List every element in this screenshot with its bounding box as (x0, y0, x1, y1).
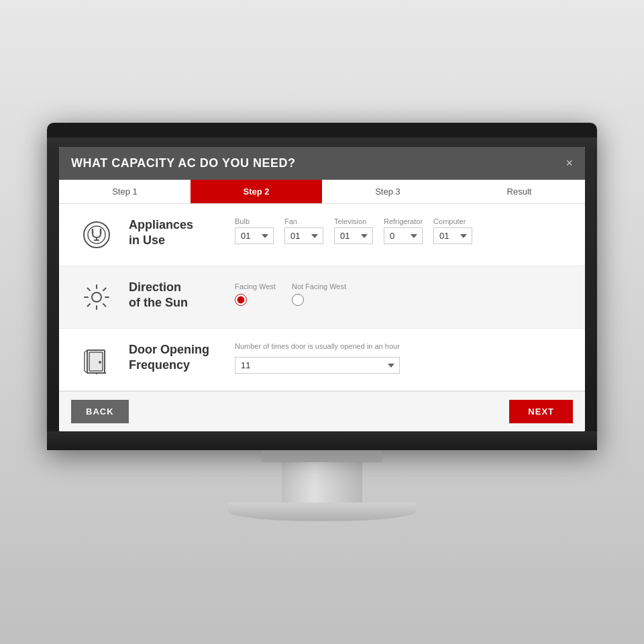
monitor-top-bar (47, 123, 597, 138)
not-facing-west-radio[interactable] (292, 294, 304, 306)
sun-label: Direction of the Sun (129, 280, 216, 311)
svg-line-14 (88, 304, 91, 307)
step-2[interactable]: Step 2 (191, 180, 322, 203)
back-button[interactable]: BACK (71, 400, 129, 423)
computer-label: Computer (433, 217, 472, 225)
facing-west-option: Facing West (235, 282, 276, 306)
bulb-label: Bulb (235, 217, 274, 225)
tv-control: Television 010203 (334, 217, 373, 244)
bulb-control: Bulb 01020304 (235, 217, 274, 244)
computer-dropdown[interactable]: 010203 (433, 227, 472, 244)
monitor-stand-top (262, 450, 382, 462)
tv-dropdown[interactable]: 010203 (334, 227, 373, 244)
footer-bar: BACK NEXT (59, 391, 585, 431)
door-label: Door Opening Frequency (129, 342, 216, 374)
monitor-body: WHAT CAPACITY AC DO YOU NEED? × Step 1 S… (47, 123, 597, 450)
door-section: Door Opening Frequency Number of times d… (59, 329, 585, 391)
door-description: Number of times door is usually opened i… (235, 342, 400, 350)
step-result[interactable]: Result (453, 180, 585, 203)
monitor-stand-neck (282, 462, 362, 502)
svg-point-19 (99, 361, 101, 364)
svg-line-13 (103, 288, 106, 291)
step-1[interactable]: Step 1 (59, 180, 191, 203)
fridge-label: Refrigerator (384, 217, 423, 225)
facing-west-radio[interactable] (235, 294, 247, 306)
sun-radio-group: Facing West Not Facing West (235, 282, 346, 306)
computer-control: Computer 010203 (433, 217, 472, 244)
plug-icon (79, 217, 114, 252)
steps-bar: Step 1 Step 2 Step 3 Result (59, 180, 585, 204)
fan-control: Fan 010203 (284, 217, 323, 244)
svg-point-1 (88, 226, 105, 244)
svg-point-6 (92, 292, 101, 302)
dialog-title: WHAT CAPACITY AC DO YOU NEED? (71, 156, 296, 170)
dialog-header: WHAT CAPACITY AC DO YOU NEED? × (59, 147, 585, 180)
svg-line-12 (103, 304, 106, 307)
fan-dropdown[interactable]: 010203 (284, 227, 323, 244)
next-button[interactable]: NEXT (509, 400, 573, 423)
step-3[interactable]: Step 3 (322, 180, 453, 203)
not-facing-west-option: Not Facing West (292, 282, 346, 306)
appliances-controls: Bulb 01020304 Fan 010203 Tel (235, 217, 472, 244)
appliances-label: Appliances in Use (129, 217, 216, 249)
monitor-stand-base (228, 502, 416, 521)
monitor-screen: WHAT CAPACITY AC DO YOU NEED? × Step 1 S… (59, 147, 585, 431)
door-frequency-dropdown[interactable]: 115101520 (235, 357, 400, 374)
not-facing-west-label: Not Facing West (292, 282, 346, 290)
tv-label: Television (334, 217, 373, 225)
monitor-wrapper: WHAT CAPACITY AC DO YOU NEED? × Step 1 S… (47, 123, 597, 521)
fridge-dropdown[interactable]: 00102 (384, 227, 423, 244)
fridge-control: Refrigerator 00102 (384, 217, 423, 244)
dialog: WHAT CAPACITY AC DO YOU NEED? × Step 1 S… (59, 147, 585, 431)
monitor-bottom-bar (47, 431, 597, 450)
appliances-section: Appliances in Use Bulb 01020304 Fan (59, 204, 585, 266)
bulb-dropdown[interactable]: 01020304 (235, 227, 274, 244)
facing-west-label: Facing West (235, 282, 276, 290)
sun-section: Direction of the Sun Facing West Not Fac… (59, 266, 585, 329)
door-icon (79, 342, 114, 377)
sun-icon (79, 280, 114, 315)
fan-label: Fan (284, 217, 323, 225)
door-controls: Number of times door is usually opened i… (235, 342, 400, 374)
svg-line-11 (88, 288, 91, 291)
close-button[interactable]: × (566, 156, 573, 170)
